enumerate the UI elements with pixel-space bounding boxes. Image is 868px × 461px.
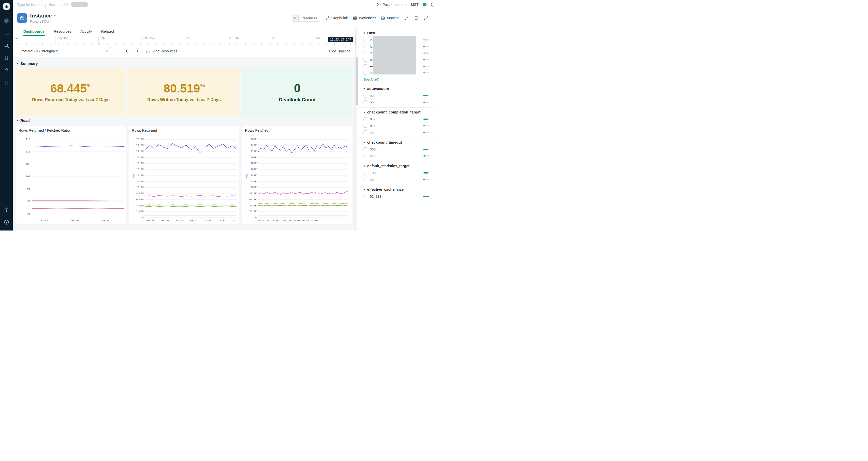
checkbox[interactable] — [364, 64, 367, 68]
cut-off-icon[interactable] — [431, 2, 434, 7]
main-content: DashboardsResourcesActivityRelated -4h-3… — [13, 27, 355, 230]
resources-button[interactable]: 6 Resources — [292, 15, 320, 22]
bell-icon[interactable] — [4, 68, 9, 73]
filter-item-label: null — [370, 94, 375, 98]
tab-related[interactable]: Related — [101, 27, 114, 36]
svg-text:11:06: 11:06 — [311, 219, 318, 222]
filter-section-header[interactable]: ▾checkpoint_timeout — [364, 140, 429, 144]
checkbox[interactable] — [364, 171, 367, 175]
chart-title: Rows Returned — [132, 128, 237, 132]
svg-text:10.0M: 10.0M — [136, 186, 144, 189]
filter-section-title: checkpoint_completion_target — [367, 110, 421, 114]
filter-item: on — [364, 99, 429, 105]
chart-area[interactable]: 02.00M4.00M6.00M8.00M10.0M12.0M14.0M16.0… — [132, 133, 237, 223]
worksheet-button[interactable]: Worksheet — [353, 16, 376, 20]
series-returned-mid — [145, 194, 237, 197]
usage-bar — [423, 59, 429, 60]
monitor-button[interactable]: Monitor — [381, 16, 399, 20]
filter-section-header[interactable]: ▾checkpoint_completion_target — [364, 110, 429, 114]
status-check-icon[interactable] — [422, 2, 427, 7]
settings-icon[interactable] — [4, 207, 9, 212]
see-all-link[interactable]: See All (6) — [364, 76, 429, 82]
filter-section-effective_cache_size: ▾effective_cache_size524288 — [359, 185, 434, 202]
filter-section-header[interactable]: ▾default_statistics_target — [364, 164, 429, 168]
timezone-label[interactable]: MST — [411, 3, 418, 7]
back-arrow-button[interactable] — [125, 48, 130, 54]
link-icon[interactable] — [404, 16, 409, 21]
bookmark-icon[interactable] — [4, 55, 9, 61]
list-icon[interactable] — [4, 30, 9, 36]
graphlink-icon — [325, 16, 330, 20]
checkbox[interactable] — [364, 147, 367, 151]
app-logo[interactable] — [3, 3, 10, 10]
timeline[interactable]: -4h-3h 30m-3h-2h 30m-2h-1h 30m-1h-30m11:… — [13, 36, 355, 45]
summary-card-label: Rows Written Today vs. Last 7 Days — [147, 97, 221, 102]
find-resources-button[interactable]: Find Resources — [146, 49, 178, 54]
checkbox[interactable] — [364, 58, 367, 62]
resources-label: Resources — [299, 15, 320, 21]
svg-text:110: 110 — [26, 150, 30, 153]
svg-text:14.0M: 14.0M — [136, 174, 144, 177]
checkbox[interactable] — [364, 100, 367, 104]
forward-arrow-button[interactable] — [134, 48, 139, 54]
dashboard-select[interactable]: PostgreSQL/Throughput — [18, 47, 111, 55]
checkbox[interactable] — [364, 51, 367, 55]
series-fetched-mid — [258, 191, 348, 195]
filter-section-title: checkpoint_timeout — [367, 140, 402, 144]
filter-section-header[interactable]: ▾effective_cache_size — [364, 188, 429, 192]
filter-section-header[interactable]: ▾Host — [364, 31, 429, 35]
svg-text:10:33: 10:33 — [218, 219, 226, 222]
checkbox[interactable] — [364, 195, 367, 198]
collapse-triangle-icon: ▾ — [364, 141, 365, 144]
filter-item: 100 — [364, 169, 429, 176]
bookmark-icon[interactable] — [414, 16, 418, 21]
usage-bar — [423, 53, 429, 54]
summary-section-header[interactable]: ▾ Summary — [16, 59, 352, 68]
checkbox[interactable] — [364, 38, 367, 42]
checkbox[interactable] — [364, 130, 367, 134]
edit-icon[interactable] — [424, 16, 428, 21]
filter-item-label: 0.9 — [370, 124, 375, 128]
svg-text:rows: rows — [132, 174, 135, 179]
tab-dashboards[interactable]: Dashboards — [23, 27, 44, 36]
more-options-button[interactable] — [115, 47, 121, 55]
layers-icon[interactable] — [4, 18, 9, 23]
checkbox[interactable] — [364, 94, 367, 98]
svg-text:90: 90 — [27, 200, 30, 203]
checkbox[interactable] — [364, 117, 367, 121]
tab-activity[interactable]: Activity — [80, 27, 92, 36]
svg-text:09:26: 09:26 — [190, 219, 197, 222]
filter-input[interactable]: Type for filters, e.g. Host = ip-10- — [17, 2, 377, 7]
tab-resources[interactable]: Resources — [54, 27, 71, 36]
chart-area[interactable]: 020.0K40.0K60.0K80.0K100K120K140K160K180… — [245, 133, 350, 223]
filter-section-header[interactable]: ▾autovacuum — [364, 87, 429, 91]
checkbox[interactable] — [364, 154, 367, 158]
graphlink-button[interactable]: GraphLink — [325, 16, 348, 20]
read-section-header[interactable]: ▾ Read — [16, 116, 352, 125]
chevron-down-icon — [404, 3, 407, 6]
scrollbar-thumb[interactable] — [356, 57, 358, 105]
usage-bar — [423, 179, 429, 180]
more-icon[interactable] — [4, 80, 9, 85]
filter-section-title: Host — [367, 31, 375, 35]
read-section-label: Read — [21, 118, 30, 123]
usage-bar — [423, 66, 429, 67]
chevron-down-icon[interactable] — [54, 14, 57, 18]
svg-text:240K: 240K — [251, 144, 256, 147]
help-icon[interactable] — [4, 220, 9, 225]
checkbox[interactable] — [364, 124, 367, 128]
collapse-triangle-icon: ▾ — [364, 87, 365, 91]
svg-text:200K: 200K — [251, 156, 256, 159]
hide-timeline-button[interactable]: Hide Timeline — [329, 49, 350, 53]
chart-area[interactable]: 85909510010511011507:4608:2008:5309:2610… — [19, 133, 124, 223]
svg-text:95: 95 — [27, 188, 30, 190]
checkbox[interactable] — [364, 44, 367, 48]
time-range-selector[interactable]: Past 4 hours — [377, 3, 407, 7]
checkbox[interactable] — [364, 177, 367, 182]
collapse-triangle-icon: ▾ — [364, 111, 365, 114]
checkbox[interactable] — [364, 71, 367, 75]
svg-text:0: 0 — [142, 216, 144, 219]
svg-text:140K: 140K — [251, 174, 256, 177]
svg-text:10:33: 10:33 — [302, 219, 309, 222]
search-icon[interactable] — [4, 43, 9, 48]
